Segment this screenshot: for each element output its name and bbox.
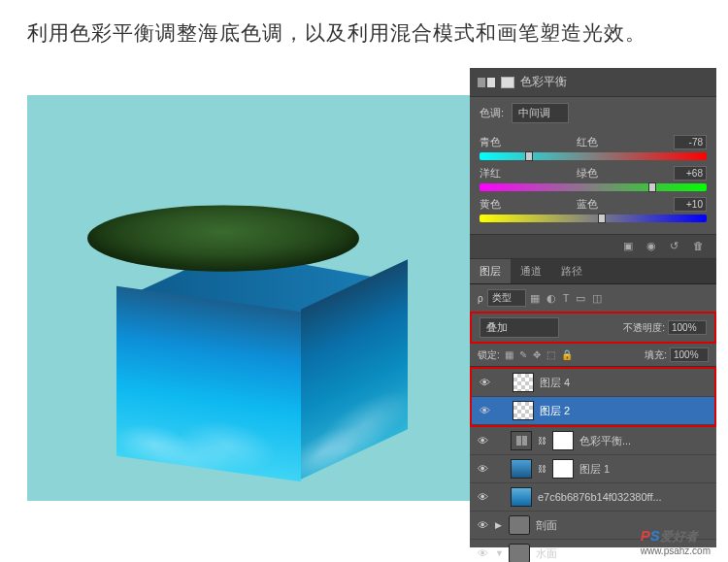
layer-name[interactable]: 图层 1 xyxy=(579,462,610,477)
layer-name[interactable]: 水面 xyxy=(536,546,557,561)
layer-name[interactable]: 图层 4 xyxy=(540,376,570,390)
blend-mode-dropdown[interactable]: 叠加 xyxy=(480,317,559,338)
layer-name[interactable]: e7c6b6876b14f032380ff... xyxy=(538,491,662,503)
link-icon: ⛓ xyxy=(538,436,546,446)
slider-2-value[interactable]: +68 xyxy=(674,166,707,181)
panel-tabs: 图层 通道 路径 xyxy=(470,259,716,284)
slider-1-value[interactable]: -78 xyxy=(674,135,707,149)
blue-label: 蓝色 xyxy=(577,197,598,212)
tab-layers[interactable]: 图层 xyxy=(470,259,511,283)
layer-item-4[interactable]: 👁 图层 4 xyxy=(472,369,714,397)
lock-paint-icon[interactable]: ✎ xyxy=(519,349,527,360)
watermark: PS爱好者 www.psahz.com xyxy=(641,527,711,556)
filter-text-icon[interactable]: T xyxy=(563,292,570,305)
filter-adjust-icon[interactable]: ◐ xyxy=(546,292,556,305)
fill-value[interactable]: 100% xyxy=(670,347,709,362)
layer-item-smart[interactable]: 👁 e7c6b6876b14f032380ff... xyxy=(470,483,716,512)
tab-paths[interactable]: 路径 xyxy=(551,259,592,283)
visibility-toggle[interactable]: 👁 xyxy=(476,546,489,560)
trash-icon[interactable]: 🗑 xyxy=(693,240,707,253)
tone-dropdown[interactable]: 中间调 xyxy=(512,103,569,123)
yellow-label: 黄色 xyxy=(480,197,501,212)
properties-panels: 色彩平衡 色调: 中间调 青色 红色 -78 洋红 绿色 +68 黄色 蓝色 +… xyxy=(470,68,716,547)
adjustment-icon xyxy=(511,431,532,450)
layer-item-color-balance[interactable]: 👁 ⛓ 色彩平衡... xyxy=(470,427,716,455)
visibility-toggle[interactable]: 👁 xyxy=(476,490,489,504)
island-image xyxy=(87,205,359,271)
cyan-label: 青色 xyxy=(480,135,501,149)
slider-section: 青色 红色 -78 洋红 绿色 +68 黄色 蓝色 +10 xyxy=(470,129,716,234)
color-balance-icon xyxy=(478,78,495,87)
folder-icon xyxy=(509,515,530,535)
magenta-label: 洋红 xyxy=(480,166,501,181)
instruction-text: 利用色彩平衡调整海底色调，以及利用混合模式和画笔塑造光效。 xyxy=(0,0,728,56)
yellow-blue-slider[interactable] xyxy=(480,215,707,222)
expand-icon[interactable]: ▶ xyxy=(495,520,503,530)
layer-mask[interactable] xyxy=(552,459,574,479)
lock-artboard-icon[interactable]: ⬚ xyxy=(546,349,555,360)
filter-pixel-icon[interactable]: ▦ xyxy=(530,292,540,305)
layer-thumbnail xyxy=(513,373,534,392)
tone-label: 色调: xyxy=(480,106,504,120)
tab-channels[interactable]: 通道 xyxy=(511,259,551,283)
layer-thumbnail xyxy=(513,401,534,420)
visibility-toggle[interactable]: 👁 xyxy=(476,434,489,447)
visibility-toggle[interactable]: 👁 xyxy=(476,518,489,532)
filter-shape-icon[interactable]: ▭ xyxy=(576,292,585,305)
opacity-label: 不透明度: xyxy=(623,321,665,335)
red-label: 红色 xyxy=(577,135,598,149)
canvas-preview xyxy=(27,95,470,501)
link-icon: ⛓ xyxy=(538,464,546,474)
visibility-toggle[interactable]: 👁 xyxy=(478,376,491,389)
layer-item-2[interactable]: 👁 图层 2 xyxy=(472,397,714,425)
magenta-green-slider[interactable] xyxy=(480,183,707,191)
layer-item-1[interactable]: 👁 ⛓ 图层 1 xyxy=(470,455,716,483)
green-label: 绿色 xyxy=(577,166,598,181)
folder-icon xyxy=(509,544,530,562)
lock-label: 锁定: xyxy=(478,348,500,362)
layer-name[interactable]: 色彩平衡... xyxy=(579,434,631,448)
layer-thumbnail xyxy=(511,459,532,479)
visibility-toggle[interactable]: 👁 xyxy=(478,404,491,417)
adjustment-mask-icon xyxy=(501,77,514,88)
layer-filter-row: ρ 类型 ▦ ◐ T ▭ ◫ xyxy=(470,284,716,312)
color-balance-title: 色彩平衡 xyxy=(520,74,567,90)
layer-mask[interactable] xyxy=(552,431,574,450)
lock-row: 锁定: ▦ ✎ ✥ ⬚ 🔒 填充: 100% xyxy=(470,344,716,367)
cube-front-face xyxy=(116,286,301,482)
filter-smart-icon[interactable]: ◫ xyxy=(592,292,602,305)
cyan-red-slider[interactable] xyxy=(480,152,707,160)
layer-name[interactable]: 图层 2 xyxy=(540,404,570,418)
filter-type-dropdown[interactable]: 类型 xyxy=(487,289,526,307)
lock-all-icon[interactable]: 🔒 xyxy=(561,349,573,360)
lock-trans-icon[interactable]: ▦ xyxy=(505,349,513,360)
lock-pos-icon[interactable]: ✥ xyxy=(533,349,541,360)
layer-name[interactable]: 剖面 xyxy=(536,518,557,533)
color-balance-footer: ▣ ◉ ↺ 🗑 xyxy=(470,234,716,259)
opacity-value[interactable]: 100% xyxy=(668,320,707,335)
blend-mode-row: 叠加 不透明度: 100% xyxy=(470,312,716,344)
slider-3-value[interactable]: +10 xyxy=(674,197,707,212)
expand-icon[interactable]: ▼ xyxy=(495,548,503,558)
fill-label: 填充: xyxy=(645,348,667,362)
color-balance-header: 色彩平衡 xyxy=(470,68,716,97)
reset-icon[interactable]: ↺ xyxy=(670,240,683,253)
view-prev-icon[interactable]: ◉ xyxy=(646,240,660,253)
visibility-toggle[interactable]: 👁 xyxy=(476,462,489,476)
cube-composition xyxy=(116,250,408,474)
layer-thumbnail xyxy=(511,487,532,507)
clip-icon[interactable]: ▣ xyxy=(623,240,637,253)
